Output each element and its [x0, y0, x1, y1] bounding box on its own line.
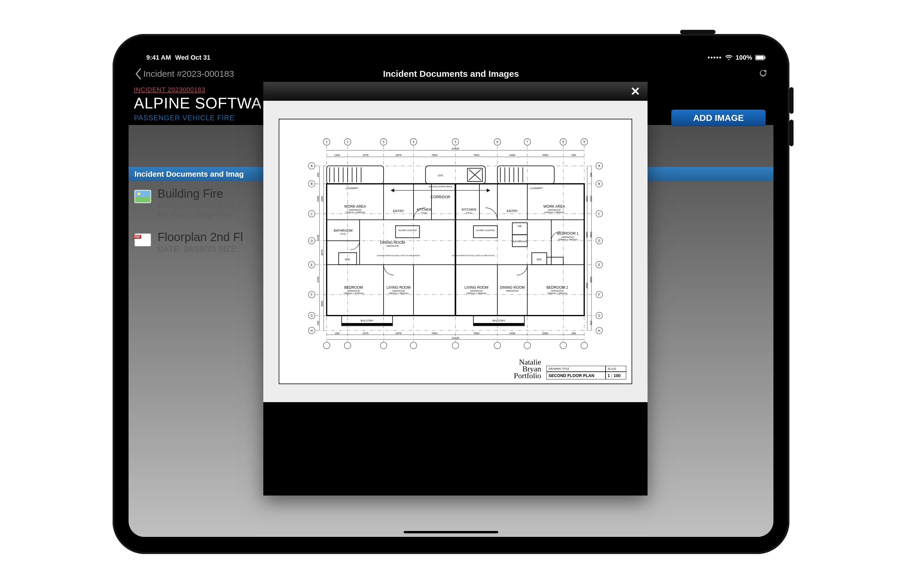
svg-rect-162	[512, 223, 528, 235]
home-indicator	[404, 531, 498, 533]
close-button[interactable]: ✕	[630, 84, 640, 98]
document-desc: NY East Village Fire	[158, 210, 239, 220]
svg-text:8: 8	[562, 141, 564, 144]
svg-rect-153	[395, 226, 420, 238]
svg-rect-1	[756, 56, 764, 59]
svg-text:ENTRY: ENTRY	[393, 210, 404, 213]
screen: 9:41 AM Wed Oct 31 100% Incident #2023-0…	[128, 51, 774, 537]
svg-text:HARDWOOD: HARDWOOD	[386, 245, 399, 247]
svg-text:(3100mm x 2800mm): (3100mm x 2800mm)	[544, 211, 564, 214]
svg-text:BATHROOM: BATHROOM	[334, 229, 352, 232]
svg-text:ISLAND COUNTER: ISLAND COUNTER	[476, 229, 495, 231]
pdf-file-icon	[135, 233, 151, 246]
svg-text:BALCONY: BALCONY	[360, 319, 374, 322]
document-meta: DATE: 08/28/23 SIZE:	[158, 201, 239, 210]
svg-text:DINING ROOM: DINING ROOM	[500, 285, 525, 289]
svg-text:7800: 7800	[432, 154, 437, 156]
svg-text:4950: 4950	[586, 283, 589, 289]
svg-text:H: H	[598, 329, 600, 332]
svg-text:A: A	[311, 164, 313, 168]
svg-text:250: 250	[590, 172, 593, 177]
svg-text:OTA: OTA	[438, 174, 443, 177]
svg-text:PR: PR	[518, 225, 522, 228]
document-title: Building Fire	[158, 187, 239, 200]
svg-text:3350: 3350	[542, 154, 548, 156]
svg-point-22	[344, 342, 351, 349]
refresh-button[interactable]	[759, 69, 767, 79]
svg-text:A: A	[598, 164, 600, 168]
battery-percent: 100%	[736, 54, 752, 61]
svg-text:WORK AREA: WORK AREA	[543, 205, 565, 209]
svg-text:LAUNDRY: LAUNDRY	[530, 187, 543, 190]
svg-text:B: B	[598, 182, 600, 186]
svg-text:3350: 3350	[542, 332, 548, 335]
svg-point-28	[560, 342, 567, 349]
image-file-icon	[135, 190, 151, 203]
svg-text:C: C	[311, 213, 313, 216]
svg-point-24	[410, 342, 417, 349]
svg-text:D: D	[598, 239, 600, 242]
svg-text:3350: 3350	[586, 196, 589, 202]
drawing-scale: 1 : 100	[606, 372, 626, 379]
svg-text:250: 250	[572, 332, 576, 335]
svg-text:7: 7	[526, 141, 528, 144]
svg-text:HARDWOOD: HARDWOOD	[551, 290, 564, 292]
svg-point-26	[494, 342, 501, 349]
svg-text:3500: 3500	[321, 301, 324, 307]
svg-point-29	[581, 342, 587, 349]
svg-text:WIC: WIC	[537, 258, 542, 261]
svg-text:BALCONY: BALCONY	[492, 319, 505, 322]
svg-text:1: 1	[326, 141, 327, 144]
cellular-dots-icon	[708, 54, 722, 61]
status-date: Wed Oct 31	[175, 54, 210, 61]
svg-text:4: 4	[413, 141, 414, 144]
image-viewer-modal: ✕ 1	[263, 82, 648, 496]
svg-text:D: D	[311, 239, 313, 242]
svg-text:(3100mm x 2800mm): (3100mm x 2800mm)	[345, 211, 365, 214]
svg-text:250: 250	[335, 332, 339, 335]
svg-text:(3800mm x 3800mm): (3800mm x 3800mm)	[547, 292, 567, 295]
svg-text:F: F	[598, 293, 600, 296]
svg-rect-165	[547, 257, 563, 265]
svg-text:24425: 24425	[452, 336, 459, 339]
add-image-button[interactable]: ADD IMAGE	[671, 109, 766, 126]
volume-down-frame	[789, 120, 794, 146]
svg-rect-123	[327, 166, 384, 184]
svg-text:(3800mm x 3800mm): (3800mm x 3800mm)	[467, 292, 486, 295]
svg-text:3350: 3350	[590, 196, 593, 202]
drawing-title: SECOND FLOOR PLAN	[547, 372, 606, 379]
svg-text:250: 250	[316, 321, 319, 325]
svg-text:(TILE): (TILE)	[340, 233, 346, 236]
refresh-icon	[759, 69, 767, 78]
svg-point-27	[524, 342, 531, 349]
svg-text:DINING ROOM: DINING ROOM	[380, 241, 405, 245]
svg-text:7800: 7800	[432, 332, 437, 335]
svg-text:DIVISION PARTITION WALL WITH 1: DIVISION PARTITION WALL WITH 1hr FIRE RA…	[377, 255, 420, 257]
svg-text:E: E	[598, 263, 600, 266]
svg-rect-2	[764, 56, 766, 59]
svg-text:HARDWOOD: HARDWOOD	[392, 290, 405, 292]
volume-up-frame	[789, 87, 794, 114]
svg-text:F: F	[311, 293, 313, 296]
svg-text:2400: 2400	[509, 332, 515, 335]
svg-text:LIVING ROOM: LIVING ROOM	[464, 285, 488, 289]
svg-rect-136	[497, 166, 554, 184]
svg-text:BEDROOM 1: BEDROOM 1	[557, 231, 579, 236]
svg-text:4376: 4376	[363, 332, 368, 335]
svg-text:BEDROOM 2: BEDROOM 2	[547, 285, 568, 289]
document-preview[interactable]: 1 2 3 4 5 6 7 8 9	[263, 101, 648, 402]
svg-text:E: E	[311, 263, 313, 266]
svg-text:H: H	[311, 329, 313, 332]
svg-text:3350: 3350	[586, 231, 589, 238]
svg-text:6: 6	[496, 141, 498, 144]
ipad-frame: 9:41 AM Wed Oct 31 100% Incident #2023-0…	[113, 34, 789, 554]
svg-text:LIVING ROOM: LIVING ROOM	[387, 285, 410, 289]
floorplan-drawing: 1 2 3 4 5 6 7 8 9	[288, 128, 623, 360]
document-meta: DATE: 08/29/23 SIZE:	[158, 244, 243, 254]
svg-text:(3800mm x 4700mm): (3800mm x 4700mm)	[344, 292, 363, 295]
svg-text:3350: 3350	[321, 196, 324, 202]
status-bar: 9:41 AM Wed Oct 31 100%	[128, 51, 774, 64]
svg-text:(TILE): (TILE)	[421, 212, 427, 214]
svg-text:BEDROOM: BEDROOM	[344, 285, 363, 289]
back-button[interactable]: Incident #2023-000183	[135, 68, 234, 80]
